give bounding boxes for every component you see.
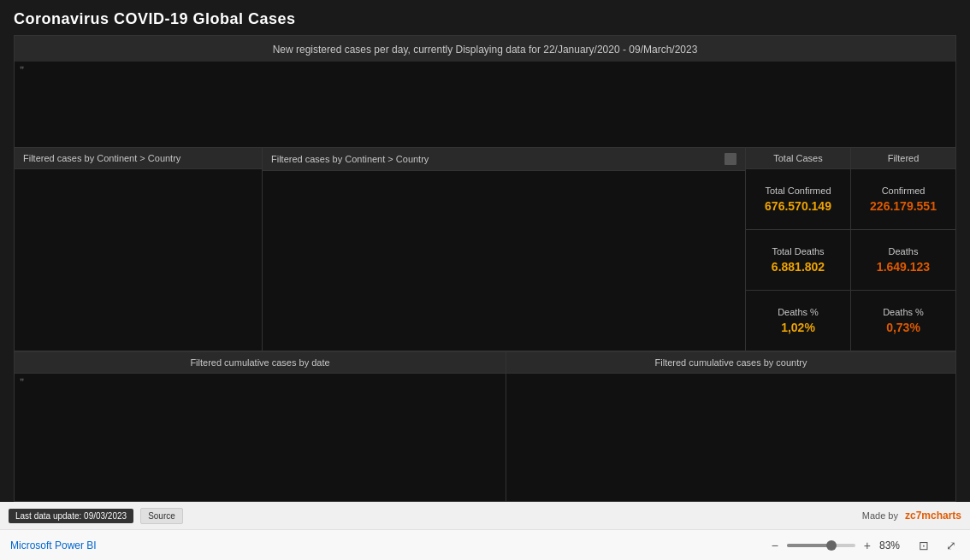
top-chart-section: New registered cases per day, currently …	[15, 36, 955, 148]
scroll-indicator[interactable]	[725, 153, 736, 165]
total-deaths-value: 6.881.802	[772, 260, 825, 274]
top-chart-area: ❞	[15, 62, 955, 147]
stats-row-deaths: Total Deaths 6.881.802 Deaths 1.649.123	[746, 230, 955, 291]
bottom-right-panel: Filtered cumulative cases by country	[506, 352, 955, 501]
bottom-right-body	[506, 374, 955, 501]
bottom-right-header: Filtered cumulative cases by country	[506, 352, 955, 374]
zoom-slider-fill	[787, 544, 828, 547]
filtered-confirmed-label: Confirmed	[882, 186, 926, 196]
powerbi-right: − + 83% ⊡ ⤢	[768, 537, 960, 554]
stats-panel: Total Cases Filtered Total Confirmed 676…	[746, 148, 955, 351]
fit-page-icon[interactable]: ⊡	[915, 537, 932, 554]
stats-cell-total-deaths-pct: Deaths % 1,02%	[746, 291, 851, 351]
left-panel: Filtered cases by Continent > Country	[15, 148, 263, 351]
footer-data-update: Last data update: 09/03/2023	[9, 509, 133, 523]
footer-made-by-label: Made by	[862, 510, 898, 521]
zoom-slider-track[interactable]	[787, 544, 855, 547]
total-deaths-label: Total Deaths	[772, 246, 824, 256]
left-panel-header: Filtered cases by Continent > Country	[15, 148, 262, 169]
bottom-left-body: ❞	[15, 374, 506, 501]
bottom-left-panel: Filtered cumulative cases by date ❞	[15, 352, 506, 501]
zoom-control: − + 83%	[768, 537, 905, 554]
stats-header-filtered: Filtered	[851, 148, 955, 168]
stats-cell-total-deaths: Total Deaths 6.881.802	[746, 230, 851, 290]
total-deaths-pct-label: Deaths %	[778, 307, 819, 317]
total-deaths-pct-value: 1,02%	[781, 321, 815, 334]
zoom-level: 83%	[879, 539, 905, 551]
filtered-deaths-value: 1.649.123	[877, 260, 930, 274]
dashboard: New registered cases per day, currently …	[14, 35, 956, 502]
top-bar: Coronavirus COVID-19 Global Cases	[0, 0, 970, 35]
dashboard-wrapper: New registered cases per day, currently …	[7, 35, 963, 502]
footer-brand: zc7mcharts	[905, 510, 961, 522]
filtered-deaths-pct-value: 0,73%	[886, 321, 920, 334]
stats-row-deaths-pct: Deaths % 1,02% Deaths % 0,73%	[746, 291, 955, 351]
zoom-minus-button[interactable]: −	[768, 537, 782, 554]
footer: Last data update: 09/03/2023 Source Made…	[0, 502, 970, 529]
page-title: Coronavirus COVID-19 Global Cases	[14, 10, 296, 28]
bottom-left-header: Filtered cumulative cases by date	[15, 352, 506, 374]
stats-cell-total-confirmed: Total Confirmed 676.570.149	[746, 169, 851, 229]
stats-cell-filtered-deaths: Deaths 1.649.123	[851, 230, 955, 290]
stats-header-row: Total Cases Filtered	[746, 148, 955, 169]
stats-header-total: Total Cases	[746, 148, 851, 168]
total-confirmed-value: 676.570.149	[765, 199, 831, 213]
filtered-deaths-pct-label: Deaths %	[883, 307, 924, 317]
center-panel-title: Filtered cases by Continent > Country	[271, 154, 429, 164]
footer-right: Made by zc7mcharts	[862, 510, 961, 522]
footer-left: Last data update: 09/03/2023 Source	[9, 508, 183, 524]
filtered-deaths-label: Deaths	[889, 246, 919, 256]
filtered-confirmed-value: 226.179.551	[870, 199, 937, 213]
chart-expand-icon[interactable]: ❞	[20, 65, 24, 74]
chart-header-text: New registered cases per day, currently …	[273, 44, 698, 56]
zoom-slider-thumb[interactable]	[826, 540, 837, 551]
left-panel-body	[15, 169, 262, 346]
bottom-left-corner-icon: ❞	[20, 377, 24, 386]
powerbi-bar: Microsoft Power BI − + 83% ⊡ ⤢	[0, 529, 970, 560]
total-confirmed-label: Total Confirmed	[765, 186, 831, 196]
stats-cell-filtered-confirmed: Confirmed 226.179.551	[851, 169, 955, 229]
center-panel-header: Filtered cases by Continent > Country	[263, 148, 745, 171]
chart-header-bar: New registered cases per day, currently …	[15, 36, 955, 62]
footer-source-button[interactable]: Source	[140, 508, 183, 524]
stats-row-confirmed: Total Confirmed 676.570.149 Confirmed 22…	[746, 169, 955, 230]
bottom-section: Filtered cumulative cases by date ❞ Filt…	[15, 351, 955, 501]
center-panel: Filtered cases by Continent > Country	[263, 148, 746, 351]
middle-section: Filtered cases by Continent > Country Fi…	[15, 148, 955, 351]
center-panel-body	[263, 171, 745, 351]
zoom-plus-button[interactable]: +	[861, 537, 874, 554]
powerbi-link[interactable]: Microsoft Power BI	[10, 539, 97, 551]
fullscreen-icon[interactable]: ⤢	[943, 537, 960, 554]
stats-cell-filtered-deaths-pct: Deaths % 0,73%	[851, 291, 955, 351]
